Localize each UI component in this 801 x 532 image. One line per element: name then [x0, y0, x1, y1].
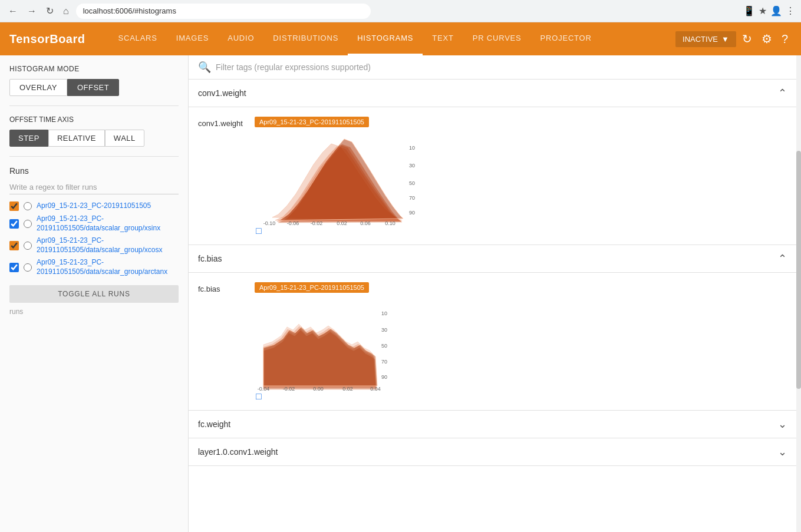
section-title-layer10conv1weight: layer1.0.conv1.weight	[198, 447, 278, 457]
expand-button-fcbias[interactable]: □	[255, 390, 263, 403]
chevron-up-icon-conv1weight: ⌃	[778, 87, 787, 100]
run-item-4: Apr09_15-21-23_PC-201911051505/data/scal…	[9, 258, 179, 276]
filter-bar: 🔍	[189, 55, 796, 80]
nav-images[interactable]: IMAGES	[167, 22, 218, 55]
run-label-2[interactable]: Apr09_15-21-23_PC-201911051505/data/scal…	[37, 214, 179, 233]
settings-button[interactable]: ⚙	[758, 28, 776, 49]
overlay-button[interactable]: OVERLAY	[9, 79, 67, 96]
section-title-fcbias: fc.bias	[198, 254, 222, 263]
histogram-label-conv1weight: conv1.weight	[198, 117, 245, 128]
run-checkbox-2[interactable]	[9, 219, 19, 229]
toggle-all-runs-button[interactable]: TOGGLE ALL RUNS	[9, 285, 179, 303]
svg-text:30: 30	[409, 163, 415, 168]
histogram-mode-toggle: OVERLAY OFFSET	[9, 79, 179, 96]
section-header-fcweight[interactable]: fc.weight ⌄	[189, 411, 796, 438]
search-icon: 🔍	[198, 61, 211, 74]
run-radio-2[interactable]	[24, 220, 32, 228]
address-bar[interactable]	[76, 4, 371, 19]
nav-projector[interactable]: PROJECTOR	[531, 22, 601, 55]
run-item-3: Apr09_15-21-23_PC-201911051505/data/scal…	[9, 236, 179, 255]
section-fcweight: fc.weight ⌄	[189, 411, 796, 438]
forward-button[interactable]: →	[25, 4, 39, 19]
histogram-mode-label: Histogram mode	[9, 65, 179, 73]
histogram-chart-fcbias: Apr09_15-21-23_PC-201911051505	[255, 282, 782, 401]
runs-label: Runs	[9, 166, 179, 176]
account-icon: 👤	[770, 5, 782, 16]
nav-pr-curves[interactable]: PR CURVES	[463, 22, 531, 55]
svg-text:0.10: 0.10	[385, 220, 395, 226]
svg-text:-0.06: -0.06	[287, 220, 299, 226]
histogram-row-conv1weight: conv1.weight Apr09_15-21-23_PC-201911051…	[198, 117, 782, 235]
histogram-row-fcbias: fc.bias Apr09_15-21-23_PC-201911051505	[198, 282, 782, 401]
help-button[interactable]: ?	[778, 29, 792, 49]
chevron-up-icon-fcbias: ⌃	[778, 252, 787, 265]
section-layer10conv1weight: layer1.0.conv1.weight ⌄	[189, 438, 796, 466]
inactive-dropdown[interactable]: INACTIVE ▼	[675, 31, 736, 47]
svg-text:-0.02: -0.02	[311, 220, 323, 226]
chevron-down-icon-layer10: ⌄	[778, 445, 787, 458]
nav-distributions[interactable]: DISTRIBUTIONS	[263, 22, 348, 55]
svg-text:50: 50	[409, 180, 415, 186]
histogram-card-conv1weight: conv1.weight Apr09_15-21-23_PC-201911051…	[189, 107, 796, 245]
run-label-1[interactable]: Apr09_15-21-23_PC-201911051505	[37, 201, 179, 211]
chart-container-conv1weight: -0.10 -0.06 -0.02 0.02 0.06 0.10 10 30 5…	[255, 132, 420, 235]
section-header-conv1weight[interactable]: conv1.weight ⌃	[189, 80, 796, 107]
run-item-2: Apr09_15-21-23_PC-201911051505/data/scal…	[9, 214, 179, 233]
svg-text:50: 50	[381, 343, 387, 349]
filter-input[interactable]	[216, 60, 787, 74]
svg-text:30: 30	[381, 327, 387, 333]
run-label-4[interactable]: Apr09_15-21-23_PC-201911051505/data/scal…	[37, 258, 179, 276]
wall-button[interactable]: WALL	[105, 130, 144, 147]
chevron-down-icon-fcweight: ⌄	[778, 418, 787, 431]
tensorboard-logo: TensorBoard	[9, 32, 85, 46]
browser-bar: ← → ↻ ⌂ 📱 ★ 👤 ⋮	[0, 0, 801, 22]
run-checkbox-1[interactable]	[9, 201, 19, 211]
home-button[interactable]: ⌂	[61, 4, 71, 19]
svg-text:90: 90	[409, 210, 415, 216]
refresh-button[interactable]: ↻	[739, 28, 756, 49]
back-button[interactable]: ←	[6, 4, 20, 19]
offset-time-label: Offset time axis	[9, 115, 179, 124]
offset-button[interactable]: OFFSET	[67, 79, 119, 96]
run-checkbox-4[interactable]	[9, 263, 19, 272]
section-title-fcweight: fc.weight	[198, 419, 230, 429]
run-radio-4[interactable]	[24, 263, 32, 272]
nav-links: SCALARS IMAGES AUDIO DISTRIBUTIONS HISTO…	[108, 22, 675, 55]
bookmark-icon: ★	[759, 5, 767, 16]
run-radio-1[interactable]	[24, 202, 32, 210]
main-layout: Histogram mode OVERLAY OFFSET Offset tim…	[0, 55, 801, 532]
nav-text[interactable]: TEXT	[423, 22, 463, 55]
time-axis-toggle: STEP RELATIVE WALL	[9, 130, 179, 147]
section-header-fcbias[interactable]: fc.bias ⌃	[189, 245, 796, 273]
run-item-1: Apr09_15-21-23_PC-201911051505	[9, 201, 179, 211]
svg-text:70: 70	[381, 359, 387, 365]
svg-text:-0.10: -0.10	[263, 220, 276, 226]
runs-count: runs	[9, 308, 179, 316]
section-header-layer10conv1weight[interactable]: layer1.0.conv1.weight ⌄	[189, 438, 796, 466]
histogram-card-fcbias: fc.bias Apr09_15-21-23_PC-201911051505	[189, 273, 796, 411]
svg-text:0.00: 0.00	[313, 386, 324, 392]
section-conv1weight: conv1.weight ⌃ conv1.weight Apr09_15-21-…	[189, 80, 796, 245]
divider-2	[9, 156, 179, 157]
chart-container-fcbias: -0.04 -0.02 0.00 0.02 0.04 10 30 50 70	[255, 298, 420, 401]
scrollbar[interactable]	[796, 55, 801, 532]
runs-filter-input[interactable]	[9, 180, 179, 194]
section-title-conv1weight: conv1.weight	[198, 88, 246, 98]
section-fcbias: fc.bias ⌃ fc.bias Apr09_15-21-23_PC-2019…	[189, 245, 796, 411]
relative-button[interactable]: RELATIVE	[48, 130, 105, 147]
nav-audio[interactable]: AUDIO	[218, 22, 263, 55]
run-checkbox-3[interactable]	[9, 241, 19, 250]
svg-text:-0.02: -0.02	[283, 386, 295, 392]
reload-button[interactable]: ↻	[44, 3, 56, 19]
expand-button-conv1weight[interactable]: □	[255, 224, 263, 237]
nav-right: INACTIVE ▼ ↻ ⚙ ?	[675, 28, 792, 49]
histogram-svg-conv1weight: -0.10 -0.06 -0.02 0.02 0.06 0.10 10 30 5…	[255, 132, 420, 226]
run-radio-3[interactable]	[24, 242, 32, 250]
step-button[interactable]: STEP	[9, 130, 48, 147]
nav-histograms[interactable]: HISTOGRAMS	[348, 22, 423, 55]
run-label-3[interactable]: Apr09_15-21-23_PC-201911051505/data/scal…	[37, 236, 179, 255]
nav-scalars[interactable]: SCALARS	[108, 22, 166, 55]
scrollbar-thumb[interactable]	[796, 151, 801, 389]
svg-text:70: 70	[409, 195, 415, 201]
tensorboard-nav: TensorBoard SCALARS IMAGES AUDIO DISTRIB…	[0, 22, 801, 55]
